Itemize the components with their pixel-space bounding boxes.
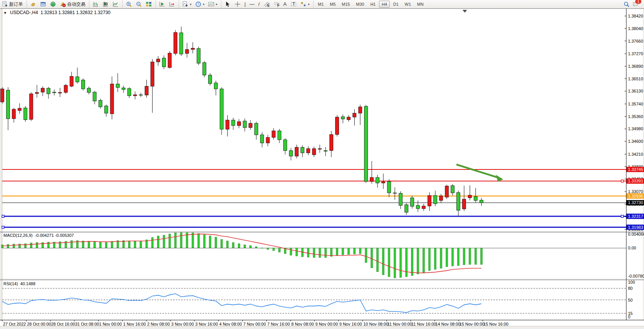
indicators-button[interactable]: + ▾ (180, 0, 193, 9)
candle (185, 50, 189, 53)
time-tick-label: 11 Nov 16:00 (411, 322, 436, 326)
svg-text:F: F (277, 3, 279, 7)
fibonacci-icon: F (273, 1, 279, 7)
candle (24, 108, 27, 120)
toolbar-separator (154, 1, 156, 8)
new-chart-button[interactable] (38, 0, 48, 9)
candle (353, 113, 356, 117)
candle (393, 193, 397, 193)
macd-histogram-bar (394, 248, 396, 278)
macd-histogram-bar (94, 242, 96, 248)
macd-axis-zero: 0.00 (628, 246, 636, 250)
hline-handle-left[interactable] (2, 215, 4, 217)
notifications-icon[interactable]: 1 (633, 1, 639, 7)
macd-histogram-bar (2, 245, 3, 248)
chart-ohlc-quotes: 1.32813 1.32881 1.32632 1.32730 (40, 10, 111, 15)
candle (416, 205, 420, 209)
macd-histogram-bar (215, 237, 217, 248)
macd-histogram-bar (359, 248, 361, 254)
macd-histogram-bar (330, 248, 332, 256)
candle (255, 123, 258, 135)
horizontal-line-tool-button[interactable]: — (247, 0, 256, 9)
candle (35, 93, 39, 94)
tile-windows-button[interactable] (144, 0, 154, 9)
macd-histogram-bar (417, 248, 419, 274)
macd-histogram-bar (140, 241, 142, 248)
bar-chart-button[interactable] (91, 0, 101, 9)
candle (428, 195, 431, 206)
timeframe-M15[interactable]: M15 (339, 1, 352, 8)
timeframe-H4[interactable]: H4 (379, 1, 390, 8)
macd-histogram-bar (458, 248, 459, 265)
cursor-tool-button[interactable] (223, 0, 233, 9)
zoom-in-button[interactable] (124, 0, 134, 9)
candle (387, 181, 391, 193)
timeframe-M30[interactable]: M30 (353, 1, 367, 8)
price-chip-label: 1.32317 (628, 214, 643, 219)
text-tool-button[interactable]: A (281, 0, 289, 9)
candle (439, 196, 443, 200)
hline-handle-right[interactable] (621, 215, 623, 217)
rsi-axis-label: 80 (628, 286, 633, 291)
macd-histogram-bar (203, 235, 205, 248)
candle (116, 84, 119, 87)
auto-scroll-icon (159, 1, 165, 7)
macd-indicator-label: MACD(12,26,9) -0.004271 -0.005307 (3, 233, 74, 238)
toolbar-right-group: 1 (623, 1, 644, 7)
periods-button[interactable]: ▾ (193, 0, 206, 9)
price-tick-label: 1.36130 (628, 89, 643, 93)
hline-handle-right[interactable] (621, 180, 623, 182)
candle (174, 32, 177, 53)
price-tick-label: 1.33070 (628, 189, 643, 194)
search-icon[interactable] (623, 1, 630, 7)
auto-scroll-button[interactable] (157, 0, 167, 9)
price-chip-label: 1.31983 (628, 225, 643, 230)
macd-histogram-bar (105, 243, 107, 248)
price-tick-label: 1.35360 (628, 114, 643, 119)
market-watch-button[interactable] (48, 0, 58, 9)
candle (75, 77, 79, 82)
macd-histogram-bar (192, 233, 194, 248)
auto-trading-button[interactable]: 自动交易 (58, 0, 87, 9)
timeframe-M1[interactable]: M1 (315, 1, 326, 8)
timeframe-MN[interactable]: MN (414, 1, 426, 8)
depth-of-market-button[interactable] (28, 0, 38, 9)
vertical-line-tool-button[interactable]: | (243, 0, 247, 9)
arrows-tool-button[interactable]: ▾ (299, 0, 312, 9)
fibonacci-tool-button[interactable]: F (271, 0, 281, 9)
candle (70, 77, 73, 86)
line-chart-button[interactable] (111, 0, 120, 9)
macd-histogram-bar (111, 241, 113, 248)
timeframe-D1[interactable]: D1 (390, 1, 401, 8)
trendline-tool-button[interactable]: / (256, 0, 262, 9)
price-chart[interactable]: 1.384201.380401.376601.372701.368901.365… (0, 8, 644, 326)
price-tick-label: 1.37270 (628, 51, 643, 56)
macd-axis-max: 0.004066 (628, 232, 644, 236)
candle (278, 131, 281, 140)
macd-histogram-bar (336, 248, 338, 255)
candle (41, 88, 44, 92)
candlestick-chart-button[interactable] (101, 0, 111, 9)
channel-tool-button[interactable]: E (262, 0, 271, 9)
hline-handle-left[interactable] (2, 226, 4, 228)
new-order-button[interactable]: + 新订单 (0, 0, 25, 9)
timeframe-W1[interactable]: W1 (402, 1, 414, 8)
macd-histogram-bar (469, 248, 471, 264)
label-icon: T (291, 1, 297, 7)
toolbar-separator (312, 1, 314, 8)
macd-histogram-bar (244, 245, 246, 248)
timeframe-M5[interactable]: M5 (327, 1, 338, 8)
label-tool-button[interactable]: T (289, 0, 299, 9)
templates-button[interactable]: ▾ (206, 0, 219, 9)
macd-histogram-bar (313, 248, 315, 257)
candle (434, 195, 437, 204)
candle (266, 137, 270, 143)
chart-shift-button[interactable] (167, 0, 177, 9)
time-tick-label: 31 Oct 08:00 (75, 322, 99, 326)
price-tick-label: 1.35740 (628, 102, 643, 106)
macd-histogram-bar (157, 236, 159, 248)
zoom-out-button[interactable] (134, 0, 144, 9)
crosshair-tool-button[interactable] (233, 0, 243, 9)
chart-window-title: ▼ USDCAD-,H4 1.32813 1.32881 1.32632 1.3… (3, 10, 111, 15)
timeframe-H1[interactable]: H1 (368, 1, 378, 8)
